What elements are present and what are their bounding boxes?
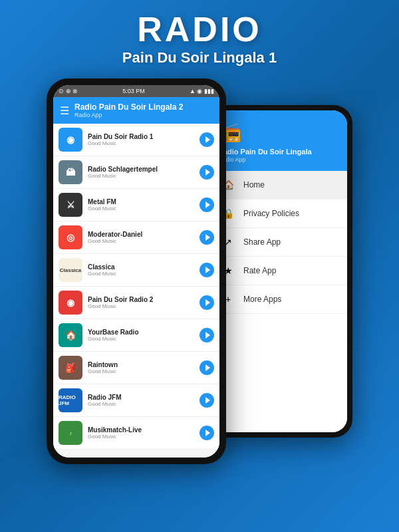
radio-sub-radio-jfm: Good Music: [88, 401, 194, 407]
radio-info-metal-fm: Metal FM Good Music: [88, 198, 194, 211]
radio-list-item[interactable]: ◉ Pain Du Soir Radio 2 Good Music: [53, 287, 219, 319]
radio-list-item[interactable]: ⚔ Metal FM Good Music: [53, 189, 219, 221]
radio-info-raintown: Raintown Good Music: [88, 361, 194, 374]
radio-name-raintown: Raintown: [88, 361, 194, 368]
right-app-header: 📻 Radio Pain Du Soir Lingala Radio App: [211, 110, 347, 171]
menu-item-more[interactable]: + More Apps: [211, 285, 347, 314]
radio-list-item[interactable]: ◎ Moderator-Daniel Good Music: [53, 221, 219, 254]
radio-thumb-metal-fm: ⚔: [59, 193, 82, 217]
radio-list-item[interactable]: ♪ Musikmatch-Live Good Music: [53, 417, 219, 450]
radio-play-btn-schlagertempel[interactable]: [200, 165, 214, 180]
radio-thumb-radio-jfm: RADIO JFM: [59, 388, 82, 412]
radio-app-icon: 📻: [218, 121, 340, 143]
radio-play-btn-musikmatch[interactable]: [200, 426, 214, 440]
radio-thumb-raintown: 🎒: [59, 356, 82, 380]
radio-thumb-classica: Classica: [59, 258, 82, 282]
radio-list-item[interactable]: ◉ Pain Du Soir Radio 1 Good Music: [53, 124, 219, 156]
hamburger-icon[interactable]: ☰: [60, 104, 69, 117]
radio-play-btn-moderator-daniel[interactable]: [200, 230, 214, 245]
menu-label-privacy: Privacy Policies: [243, 209, 299, 218]
menu-item-rate[interactable]: ★ Rate App: [211, 257, 347, 285]
radio-info-musikmatch: Musikmatch-Live Good Music: [88, 426, 194, 440]
status-left: ⊙ ⊕ ⊗: [59, 88, 78, 94]
radio-info-moderator-daniel: Moderator-Daniel Good Music: [88, 231, 194, 244]
radio-info-pain-du-soir-1: Pain Du Soir Radio 1 Good Music: [88, 133, 194, 146]
radio-sub-moderator-daniel: Good Music: [88, 238, 194, 244]
radio-name-pain-du-soir-1: Pain Du Soir Radio 1: [88, 133, 194, 140]
status-time: 5:03 PM: [122, 88, 145, 94]
app-header-text: Radio Pain Du Soir Lingala 2 Radio App: [74, 102, 183, 118]
menu-label-home: Home: [243, 180, 265, 190]
status-bar: ⊙ ⊕ ⊗ 5:03 PM ▲ ◉ ▮▮▮: [53, 85, 219, 97]
menu-list: 🏠 Home 🔒 Privacy Policies ↗ Share App ★ …: [211, 171, 347, 432]
menu-label-share: Share App: [243, 237, 281, 247]
radio-thumb-schlagertempel: 🏔: [59, 160, 82, 184]
app-header-title: Radio Pain Du Soir Lingala 2: [74, 102, 183, 112]
app-title: RADIO: [0, 12, 399, 47]
radio-info-pain-du-soir-2: Pain Du Soir Radio 2 Good Music: [88, 296, 194, 309]
radio-play-btn-raintown[interactable]: [200, 360, 214, 375]
radio-name-metal-fm: Metal FM: [88, 198, 194, 205]
right-phone-screen: 📻 Radio Pain Du Soir Lingala Radio App 🏠…: [211, 110, 347, 432]
radio-info-classica: Classica Good Music: [88, 263, 194, 277]
radio-list: ◉ Pain Du Soir Radio 1 Good Music 🏔 Radi…: [53, 124, 219, 458]
menu-label-rate: Rate App: [243, 266, 276, 275]
radio-info-schlagertempel: Radio Schlagertempel Good Music: [88, 166, 194, 179]
radio-name-radio-jfm: Radio JFM: [88, 394, 194, 401]
radio-info-radio-jfm: Radio JFM Good Music: [88, 394, 194, 407]
app-header-subtitle: Radio App: [74, 112, 183, 118]
radio-list-item[interactable]: 🎒 Raintown Good Music: [53, 352, 219, 384]
app-header-section: RADIO Pain Du Soir Lingala 1: [0, 0, 399, 72]
radio-thumb-yourbase: 🏠: [59, 323, 82, 347]
radio-name-schlagertempel: Radio Schlagertempel: [88, 166, 194, 173]
radio-thumb-pain-du-soir-2: ◉: [59, 291, 82, 315]
radio-name-yourbase: YourBase Radio: [88, 329, 194, 336]
radio-play-btn-pain-du-soir-2[interactable]: [200, 295, 214, 310]
radio-name-classica: Classica: [88, 263, 194, 271]
app-toolbar: ☰ Radio Pain Du Soir Lingala 2 Radio App: [53, 97, 219, 124]
radio-play-btn-metal-fm[interactable]: [200, 198, 214, 212]
radio-sub-schlagertempel: Good Music: [88, 173, 194, 179]
radio-list-item[interactable]: 🏠 YourBase Radio Good Music: [53, 319, 219, 352]
radio-info-yourbase: YourBase Radio Good Music: [88, 329, 194, 342]
status-right: ▲ ◉ ▮▮▮: [190, 88, 214, 94]
radio-sub-raintown: Good Music: [88, 368, 194, 374]
radio-sub-yourbase: Good Music: [88, 336, 194, 342]
radio-list-item[interactable]: Classica Classica Good Music: [53, 254, 219, 287]
right-header-subtitle: Radio App: [218, 156, 340, 163]
radio-thumb-musikmatch: ♪: [59, 421, 82, 445]
radio-list-item[interactable]: 🏔 Radio Schlagertempel Good Music: [53, 156, 219, 189]
radio-list-item[interactable]: RADIO JFM Radio JFM Good Music: [53, 384, 219, 417]
radio-sub-pain-du-soir-1: Good Music: [88, 140, 194, 146]
radio-sub-classica: Good Music: [88, 271, 194, 277]
left-phone-screen: ⊙ ⊕ ⊗ 5:03 PM ▲ ◉ ▮▮▮ ☰ Radio Pain Du So…: [53, 85, 219, 458]
radio-sub-metal-fm: Good Music: [88, 205, 194, 211]
right-header-title: Radio Pain Du Soir Lingala: [218, 147, 340, 156]
radio-play-btn-yourbase[interactable]: [200, 328, 214, 342]
radio-sub-musikmatch: Good Music: [88, 434, 194, 440]
radio-thumb-moderator-daniel: ◎: [59, 225, 82, 249]
menu-label-more: More Apps: [243, 295, 281, 304]
radio-play-btn-pain-du-soir-1[interactable]: [200, 132, 214, 147]
radio-play-btn-classica[interactable]: [200, 263, 214, 277]
radio-name-musikmatch: Musikmatch-Live: [88, 426, 194, 434]
menu-item-share[interactable]: ↗ Share App: [211, 228, 347, 257]
radio-sub-pain-du-soir-2: Good Music: [88, 303, 194, 309]
menu-item-privacy[interactable]: 🔒 Privacy Policies: [211, 200, 347, 228]
left-phone: ⊙ ⊕ ⊗ 5:03 PM ▲ ◉ ▮▮▮ ☰ Radio Pain Du So…: [47, 78, 226, 464]
radio-name-pain-du-soir-2: Pain Du Soir Radio 2: [88, 296, 194, 303]
menu-item-home[interactable]: 🏠 Home: [211, 171, 347, 200]
app-subtitle: Pain Du Soir Lingala 1: [0, 49, 399, 66]
right-phone: 📻 Radio Pain Du Soir Lingala Radio App 🏠…: [206, 105, 352, 438]
radio-name-moderator-daniel: Moderator-Daniel: [88, 231, 194, 238]
phones-container: ⊙ ⊕ ⊗ 5:03 PM ▲ ◉ ▮▮▮ ☰ Radio Pain Du So…: [0, 72, 399, 464]
radio-play-btn-radio-jfm[interactable]: [200, 393, 214, 408]
radio-thumb-pain-du-soir-1: ◉: [59, 128, 82, 152]
